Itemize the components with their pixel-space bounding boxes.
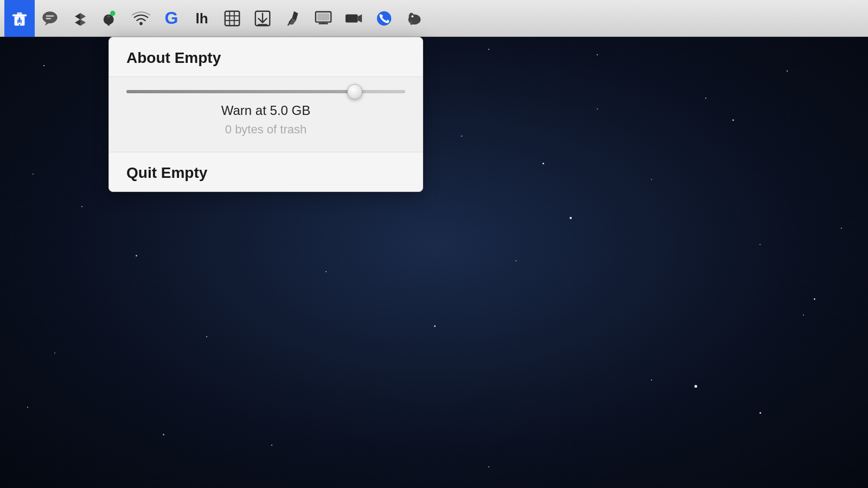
trash-bytes-label: 0 bytes of trash: [126, 123, 405, 137]
grid-menubar-icon[interactable]: [217, 0, 247, 37]
dropbox-menubar-icon[interactable]: [65, 0, 95, 37]
messages-icon: [41, 9, 59, 28]
svg-point-36: [411, 15, 413, 17]
wifi-icon: [132, 9, 150, 28]
slider-thumb[interactable]: [347, 84, 362, 99]
phone-menubar-icon[interactable]: [369, 0, 399, 37]
warn-label: Warn at 5.0 GB: [126, 103, 405, 118]
cleanmaster-menubar-icon[interactable]: [278, 0, 308, 37]
evernote-menubar-icon[interactable]: [399, 0, 430, 37]
camera-icon: [344, 9, 363, 28]
svg-rect-10: [46, 18, 50, 19]
slider-fill: [126, 90, 355, 93]
slider-section: Warn at 5.0 GB 0 bytes of trash: [109, 77, 423, 152]
phone-icon: [375, 9, 393, 28]
growl-menubar-icon[interactable]: [95, 0, 126, 37]
empty-trash-icon: [10, 9, 29, 28]
wifi-menubar-icon[interactable]: [126, 0, 156, 37]
svg-point-17: [139, 22, 143, 25]
screen-menubar-icon[interactable]: [308, 0, 339, 37]
grid-icon: [223, 9, 241, 28]
growl-icon: [101, 9, 120, 28]
slider-track: [126, 90, 405, 93]
svg-rect-3: [17, 19, 18, 23]
svg-rect-4: [21, 19, 22, 23]
svg-point-33: [377, 11, 391, 25]
svg-rect-9: [46, 15, 54, 16]
grammarly-menubar-icon[interactable]: G: [156, 0, 187, 37]
svg-marker-32: [358, 14, 362, 22]
svg-rect-5: [19, 17, 21, 22]
svg-rect-18: [225, 11, 239, 25]
download-menubar-icon[interactable]: [247, 0, 278, 37]
grammarly-g-icon: G: [165, 8, 178, 28]
monitor-icon: [314, 9, 333, 28]
dropbox-icon: [71, 9, 90, 28]
broom-icon: [284, 9, 302, 28]
svg-point-15: [110, 10, 115, 15]
svg-rect-6: [19, 24, 21, 25]
warn-slider-container[interactable]: [126, 90, 405, 93]
svg-marker-12: [80, 13, 85, 19]
svg-rect-2: [17, 12, 22, 15]
elephant-icon: [405, 9, 424, 28]
about-empty-menu-item[interactable]: About Empty: [109, 37, 423, 77]
svg-marker-13: [80, 19, 85, 25]
facetime-menubar-icon[interactable]: [339, 0, 369, 37]
svg-rect-31: [346, 14, 358, 22]
quit-empty-menu-item[interactable]: Quit Empty: [109, 152, 423, 191]
svg-point-7: [43, 11, 57, 23]
dropdown-menu: About Empty Warn at 5.0 GB 0 bytes of tr…: [108, 37, 423, 192]
svg-rect-30: [317, 13, 330, 20]
menubar: G lh: [0, 0, 868, 37]
letterpress-menubar-icon[interactable]: lh: [187, 0, 217, 37]
letterpress-lh-icon: lh: [195, 11, 208, 25]
messages-menubar-icon[interactable]: [35, 0, 65, 37]
empty-app-menubar-icon[interactable]: [4, 0, 35, 37]
download-icon: [253, 9, 272, 28]
